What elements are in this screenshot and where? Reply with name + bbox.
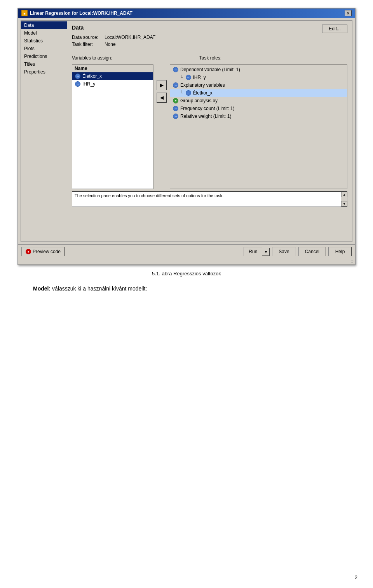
dialog-body: Data Model Statistics Plots Predictions … xyxy=(18,18,355,244)
page-wrapper: ■ Linear Regression for Local:WORK.IHR_A… xyxy=(0,0,373,588)
help-button[interactable]: Help xyxy=(328,247,352,256)
data-source-row: Data source: Local:WORK.IHR_ADAT xyxy=(72,35,155,40)
data-source-label: Data source: xyxy=(72,35,103,40)
role-weight: ↔ Relative weight (Limit: 1) xyxy=(170,112,347,120)
arrow-buttons: ▶ ◀ xyxy=(157,65,167,103)
role-icon-ihr-val: ↔ xyxy=(185,74,192,80)
edit-button[interactable]: Edit... xyxy=(322,24,347,33)
assign-right-button[interactable]: ▶ xyxy=(157,80,167,90)
task-roles-list: ↔ Dependent variable (Limit: 1) └ ↔ IHR_… xyxy=(170,65,347,189)
dialog-window: ■ Linear Regression for Local:WORK.IHR_A… xyxy=(17,8,356,265)
title-icon: ■ xyxy=(21,10,28,16)
sidebar-item-properties[interactable]: Properties xyxy=(21,68,67,76)
var-icon-etletkor: ↔ xyxy=(75,73,81,79)
divider xyxy=(72,52,347,52)
sidebar-item-plots[interactable]: Plots xyxy=(21,45,67,52)
list-item-etletkor[interactable]: ↔ Életkor_x xyxy=(72,72,153,80)
dialog-titlebar: ■ Linear Regression for Local:WORK.IHR_A… xyxy=(18,9,355,18)
run-button[interactable]: Run xyxy=(244,247,262,256)
role-group: ✦ Group analysis by xyxy=(170,97,347,105)
cancel-button[interactable]: Cancel xyxy=(298,247,326,256)
variables-list-container: Name ↔ Életkor_x ↔ xyxy=(72,65,153,189)
titlebar-left: ■ Linear Regression for Local:WORK.IHR_A… xyxy=(21,10,132,16)
sidebar-nav: Data Model Statistics Plots Predictions … xyxy=(21,20,67,242)
section-title: Data Data source: Local:WORK.IHR_ADAT Ta… xyxy=(72,24,155,49)
task-roles-container: ↔ Dependent variable (Limit: 1) └ ↔ IHR_… xyxy=(170,65,347,189)
role-icon-dependent: ↔ xyxy=(173,66,179,73)
role-explanatory: ↔ Explanatory variables xyxy=(170,81,347,89)
resize-handle[interactable]: :: xyxy=(18,259,355,264)
role-icon-weight: ↔ xyxy=(173,113,179,119)
role-label-frequency: Frequency count (Limit: 1) xyxy=(180,106,234,111)
figure-caption: 5.1. ábra Regressziós változók xyxy=(17,271,356,276)
role-icon-frequency: ↔ xyxy=(173,105,179,112)
role-label-weight: Relative weight (Limit: 1) xyxy=(180,114,231,119)
role-frequency: ↔ Frequency count (Limit: 1) xyxy=(170,105,347,112)
role-icon-group: ✦ xyxy=(173,98,179,104)
role-eletkor-text: Életkor_x xyxy=(193,90,213,96)
task-filter-row: Task filter: None xyxy=(72,42,155,47)
status-bar: The selection pane enables you to choose… xyxy=(72,191,347,207)
close-button[interactable]: × xyxy=(345,10,352,16)
main-content: Data Data source: Local:WORK.IHR_ADAT Ta… xyxy=(67,20,352,242)
role-ihr-text: IHR_y xyxy=(193,75,206,80)
var-name-ihr: IHR_y xyxy=(82,81,95,87)
run-dropdown-button[interactable]: ▼ xyxy=(262,248,270,256)
task-filter-value: None xyxy=(105,42,116,47)
status-text: The selection pane enables you to choose… xyxy=(75,193,223,198)
role-dependent: ↔ Dependent variable (Limit: 1) xyxy=(170,66,347,74)
preview-code-label: Preview code xyxy=(33,249,61,254)
body-content: válasszuk ki a használni kívánt modellt: xyxy=(51,285,147,292)
role-label-dependent: Dependent variable (Limit: 1) xyxy=(180,67,240,72)
caption-text: 5.1. ábra Regressziós változók xyxy=(152,271,221,276)
list-item-ihr[interactable]: ↔ IHR_y xyxy=(72,80,153,88)
variables-list[interactable]: Name ↔ Életkor_x ↔ xyxy=(72,65,153,189)
assign-left-button[interactable]: ◀ xyxy=(157,93,167,103)
page-number: 2 xyxy=(355,574,357,580)
role-icon-explanatory: ↔ xyxy=(173,82,179,88)
sidebar-item-predictions[interactable]: Predictions xyxy=(21,52,67,60)
task-roles-label: Task roles: xyxy=(199,55,221,61)
scroll-down-btn[interactable]: ▼ xyxy=(341,201,347,206)
data-source-value: Local:WORK.IHR_ADAT xyxy=(105,35,155,40)
role-value-eletkor: └ ↔ Életkor_x xyxy=(170,89,347,97)
var-name-etletkor: Életkor_x xyxy=(82,74,102,79)
sidebar-item-data[interactable]: Data xyxy=(21,21,67,29)
var-icon-ihr: ↔ xyxy=(75,81,81,87)
sidebar-item-titles[interactable]: Titles xyxy=(21,60,67,68)
role-label-explanatory: Explanatory variables xyxy=(180,82,225,88)
dialog-title: Linear Regression for Local:WORK.IHR_ADA… xyxy=(30,10,132,16)
body-text: Model: válasszuk ki a használni kívánt m… xyxy=(17,284,356,293)
sidebar-item-statistics[interactable]: Statistics xyxy=(21,37,67,45)
run-btn-container: Run ▼ xyxy=(244,247,270,256)
list-header: Name xyxy=(72,65,153,72)
body-bold: Model: xyxy=(33,285,51,292)
preview-icon: ● xyxy=(26,249,31,254)
task-filter-label: Task filter: xyxy=(72,42,103,47)
dialog-footer: ● Preview code Run ▼ Save Cancel Help xyxy=(18,244,355,259)
sidebar-item-model[interactable]: Model xyxy=(21,29,67,37)
preview-code-button[interactable]: ● Preview code xyxy=(21,247,65,256)
variables-section: Name ↔ Életkor_x ↔ xyxy=(72,65,347,189)
scroll-up-btn[interactable]: ▲ xyxy=(341,192,347,197)
variables-label: Variables to assign: xyxy=(72,55,112,61)
status-scrollbar: ▲ ▼ xyxy=(341,192,347,206)
role-label-group: Group analysis by xyxy=(180,98,218,103)
save-button[interactable]: Save xyxy=(272,247,296,256)
role-value-ihr: └ ↔ IHR_y xyxy=(170,74,347,81)
role-icon-eletkor-val: ↔ xyxy=(185,90,192,96)
